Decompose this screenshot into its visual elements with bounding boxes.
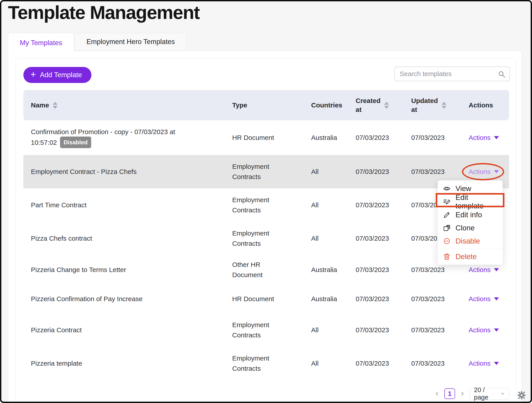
- table-header-row: Name Type Countries Create: [23, 90, 509, 120]
- template-name: Pizzeria Contract: [31, 326, 82, 334]
- table-row-highlighted: Employment Contract - Pizza Chefs Employ…: [23, 155, 509, 188]
- tab-my-templates[interactable]: My Templates: [8, 33, 74, 52]
- menu-item-clone[interactable]: Clone: [438, 221, 503, 234]
- table-row: Pizzeria Confirmation of Pay Increase HR…: [23, 284, 509, 313]
- previous-page-button[interactable]: [434, 391, 440, 397]
- template-name: Pizzeria Change to Terms Letter: [31, 266, 126, 273]
- template-name: Confirmation of Promotion - copy - 07/03…: [31, 128, 175, 146]
- column-header-name[interactable]: Name: [23, 90, 229, 120]
- trash-icon: [443, 253, 451, 260]
- table-row: Pizzeria template Employment Contracts A…: [23, 347, 509, 380]
- pencil-icon: [443, 211, 451, 219]
- eye-icon: [443, 185, 451, 192]
- table-row: Pizza Chefs contract Employment Contract…: [23, 222, 509, 255]
- table-row: Part Time Contract Employment Contracts …: [23, 188, 509, 222]
- table-row: Pizzeria Change to Terms Letter Other HR…: [23, 255, 509, 284]
- app-window: Template Management My Templates Employm…: [0, 0, 532, 403]
- chevron-down-icon: [494, 328, 499, 332]
- chevron-down-icon: [494, 136, 499, 139]
- settings-gear-icon[interactable]: [516, 390, 527, 401]
- edit-template-icon: [443, 198, 451, 206]
- chevron-left-icon: [434, 391, 440, 397]
- actions-dropdown-button[interactable]: Actions: [469, 265, 499, 275]
- search-box: [394, 67, 510, 81]
- chevron-down-icon: [500, 391, 505, 396]
- menu-divider: [438, 249, 503, 249]
- template-name: Pizza Chefs contract: [31, 235, 92, 242]
- actions-dropdown-button[interactable]: Actions: [469, 294, 499, 304]
- menu-item-edit-template[interactable]: Edit template: [438, 195, 503, 208]
- chevron-down-icon: [494, 170, 499, 173]
- column-header-countries: Countries: [308, 90, 353, 120]
- sort-icon: [384, 102, 389, 109]
- table-row: Pizzeria Contract Employment Contracts A…: [23, 313, 509, 347]
- actions-dropdown-button[interactable]: Actions: [469, 325, 499, 335]
- disable-icon: [443, 237, 451, 245]
- sort-icon: [442, 102, 446, 109]
- chevron-down-icon: [494, 297, 499, 301]
- actions-dropdown-button[interactable]: Actions: [469, 132, 499, 143]
- add-template-button[interactable]: + Add Template: [23, 67, 91, 83]
- actions-dropdown-menu: View Edit template Edit info Clone: [438, 180, 503, 265]
- template-name: Part Time Contract: [31, 201, 87, 209]
- plus-icon: +: [31, 70, 36, 79]
- template-name: Pizzeria Confirmation of Pay Increase: [31, 295, 143, 302]
- table-row: Confirmation of Promotion - copy - 07/03…: [23, 120, 509, 155]
- page-title: Template Management: [8, 2, 200, 23]
- column-header-updated-at[interactable]: Updated at: [408, 90, 464, 120]
- template-name: Employment Contract - Pizza Chefs: [31, 168, 137, 175]
- chevron-down-icon: [494, 362, 499, 365]
- templates-table: Name Type Countries Create: [23, 90, 509, 380]
- tab-bar: My Templates Employment Hero Templates: [8, 33, 187, 52]
- column-header-actions: Actions: [464, 90, 509, 120]
- chevron-right-icon: [460, 391, 465, 397]
- search-input[interactable]: [400, 67, 498, 81]
- menu-item-delete[interactable]: Delete: [438, 250, 503, 263]
- add-template-label: Add Template: [40, 71, 82, 79]
- tab-label: Employment Hero Templates: [87, 38, 175, 46]
- sort-icon: [53, 102, 58, 109]
- clone-icon: [443, 224, 451, 232]
- actions-dropdown-button-open[interactable]: Actions: [469, 167, 499, 177]
- actions-dropdown-button[interactable]: Actions: [469, 358, 499, 369]
- tab-employment-hero-templates[interactable]: Employment Hero Templates: [75, 33, 187, 51]
- tab-label: My Templates: [20, 39, 62, 47]
- page-number-current[interactable]: 1: [444, 388, 455, 399]
- template-name: Pizzeria template: [31, 360, 82, 367]
- status-badge: Disabled: [60, 137, 91, 148]
- menu-item-edit-info[interactable]: Edit info: [438, 208, 503, 221]
- search-icon: [498, 70, 506, 78]
- page-size-select[interactable]: 20 / page: [470, 388, 509, 400]
- column-header-type: Type: [229, 90, 308, 120]
- next-page-button[interactable]: [460, 391, 465, 397]
- column-header-created-at[interactable]: Created at: [353, 90, 408, 120]
- pagination: 1 20 / page: [434, 388, 509, 400]
- menu-item-disable[interactable]: Disable: [438, 234, 503, 247]
- chevron-down-icon: [494, 268, 499, 271]
